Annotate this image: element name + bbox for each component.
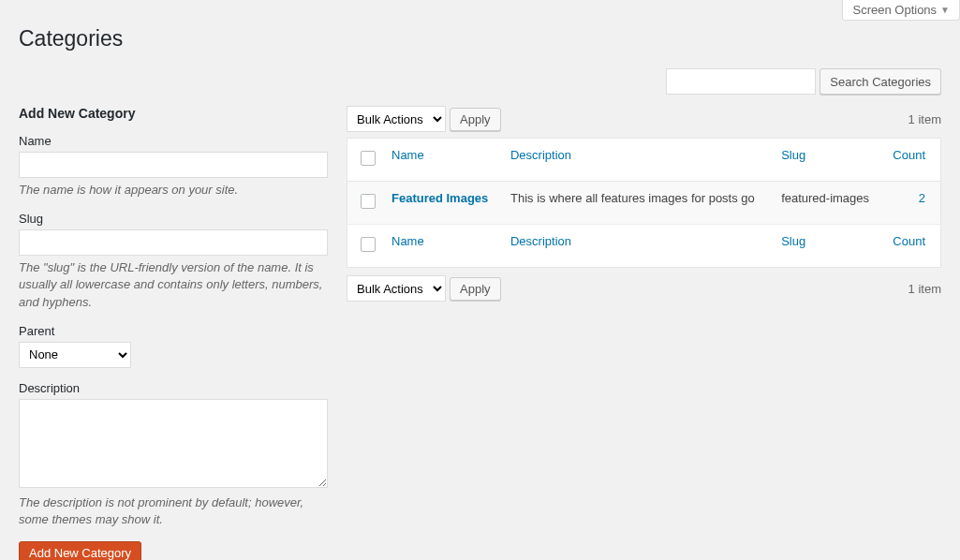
header-name[interactable]: Name [382,139,501,182]
header-slug[interactable]: Slug [772,139,881,182]
name-input[interactable] [19,152,328,178]
select-all-top[interactable] [361,151,376,166]
slug-hint: The "slug" is the URL-friendly version o… [19,259,328,311]
parent-label: Parent [19,324,328,338]
footer-checkbox-cell [347,225,383,268]
row-description: This is where all features images for po… [501,182,772,225]
screen-options-label: Screen Options [852,3,937,17]
slug-input[interactable] [19,229,328,256]
search-button[interactable]: Search Categories [820,68,941,95]
search-input[interactable] [666,68,816,95]
name-label: Name [19,134,328,148]
item-count-bottom: 1 item [908,282,941,296]
row-count[interactable]: 2 [919,191,925,205]
select-all-bottom[interactable] [361,237,376,252]
name-hint: The name is how it appears on your site. [19,182,328,199]
header-checkbox-cell [347,139,383,182]
categories-table: Name Description Slug Count Featured Ima… [347,138,941,268]
footer-name[interactable]: Name [382,225,501,268]
row-slug: featured-images [772,182,881,225]
footer-description[interactable]: Description [501,225,772,268]
footer-count[interactable]: Count [881,225,940,268]
parent-select[interactable]: None [19,342,131,368]
row-name[interactable]: Featured Images [391,191,488,205]
description-label: Description [19,381,328,395]
apply-button-top[interactable]: Apply [450,108,501,131]
description-hint: The description is not prominent by defa… [19,494,328,528]
apply-button-bottom[interactable]: Apply [450,277,501,301]
page-title: Categories [19,26,941,52]
footer-slug[interactable]: Slug [772,225,881,268]
screen-options-button[interactable]: Screen Options ▼ [842,0,960,21]
item-count-top: 1 item [908,112,941,126]
submit-button[interactable]: Add New Category [19,541,141,560]
header-description[interactable]: Description [501,139,772,182]
chevron-down-icon: ▼ [940,5,950,15]
slug-label: Slug [19,212,328,226]
header-count[interactable]: Count [881,139,940,182]
table-row: Featured Images This is where all featur… [347,182,941,225]
description-textarea[interactable] [19,399,328,488]
form-heading: Add New Category [19,106,328,121]
row-checkbox[interactable] [361,194,376,209]
bulk-actions-select-bottom[interactable]: Bulk Actions [347,275,446,302]
bulk-actions-select-top[interactable]: Bulk Actions [347,106,446,132]
